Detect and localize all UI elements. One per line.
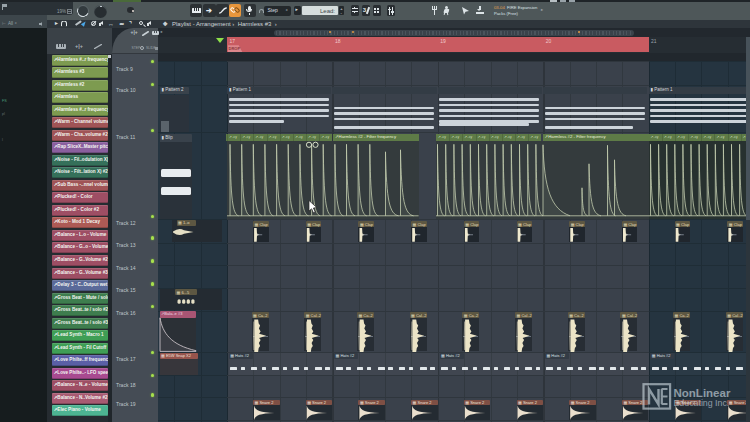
svg-text:Educating Inc.: Educating Inc. bbox=[674, 398, 730, 408]
